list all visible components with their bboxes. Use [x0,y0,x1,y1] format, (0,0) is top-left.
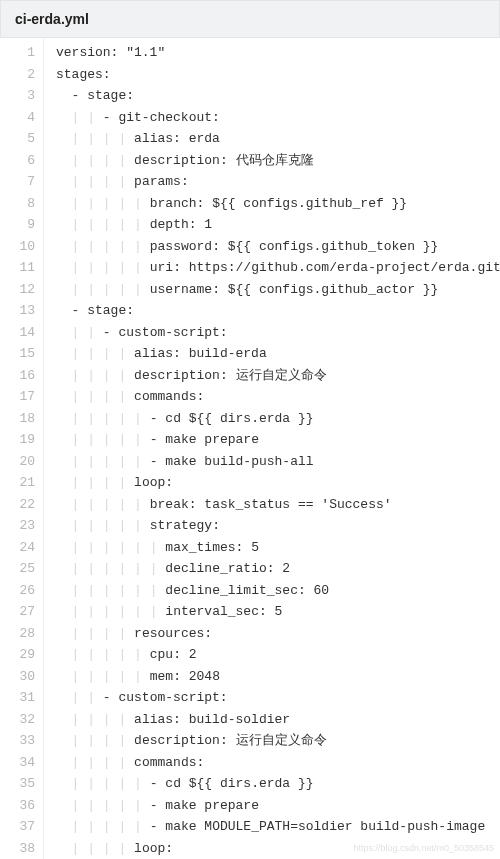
line-number: 4 [0,107,35,129]
line-number: 29 [0,644,35,666]
code-line: | | | | | depth: 1 [56,214,500,236]
line-number: 38 [0,838,35,860]
line-number: 27 [0,601,35,623]
code-line: | | | | | strategy: [56,515,500,537]
code-line: | | | | | - make build-push-all [56,451,500,473]
line-number: 14 [0,322,35,344]
code-line: | | | | | - cd ${{ dirs.erda }} [56,408,500,430]
code-line: | | | | commands: [56,386,500,408]
line-number: 1 [0,42,35,64]
code-lines: version: "1.1"stages: - stage: | | - git… [44,38,500,859]
filename-label: ci-erda.yml [15,11,89,27]
code-line: | | - custom-script: [56,687,500,709]
code-line: | | | | | | interval_sec: 5 [56,601,500,623]
line-number: 20 [0,451,35,473]
code-line: | | | | description: 运行自定义命令 [56,730,500,752]
line-number: 22 [0,494,35,516]
code-line: | | | | | cpu: 2 [56,644,500,666]
line-number: 21 [0,472,35,494]
line-number: 3 [0,85,35,107]
line-number: 12 [0,279,35,301]
line-number: 6 [0,150,35,172]
line-number-gutter: 1234567891011121314151617181920212223242… [0,38,44,859]
code-line: | | | | | | decline_limit_sec: 60 [56,580,500,602]
code-line: | | | | params: [56,171,500,193]
line-number: 35 [0,773,35,795]
code-line: | | | | alias: build-soldier [56,709,500,731]
code-line: | | | | | | max_times: 5 [56,537,500,559]
line-number: 32 [0,709,35,731]
code-line: | | | | alias: erda [56,128,500,150]
watermark-text: https://blog.csdn.net/m0_50358545 [353,838,494,860]
line-number: 23 [0,515,35,537]
code-line: | | | | commands: [56,752,500,774]
code-line: | | | | description: 代码仓库克隆 [56,150,500,172]
line-number: 26 [0,580,35,602]
code-area: 1234567891011121314151617181920212223242… [0,38,500,859]
line-number: 31 [0,687,35,709]
code-line: | | | | | password: ${{ configs.github_t… [56,236,500,258]
code-line: | | | | | break: task_status == 'Success… [56,494,500,516]
line-number: 34 [0,752,35,774]
code-line: | | | | | mem: 2048 [56,666,500,688]
code-line: - stage: [56,300,500,322]
line-number: 13 [0,300,35,322]
line-number: 8 [0,193,35,215]
code-line: - stage: [56,85,500,107]
code-line: | | | | | | decline_ratio: 2 [56,558,500,580]
line-number: 10 [0,236,35,258]
line-number: 30 [0,666,35,688]
line-number: 18 [0,408,35,430]
line-number: 17 [0,386,35,408]
code-line: | | | | loop: [56,472,500,494]
code-line: | | | | | branch: ${{ configs.github_ref… [56,193,500,215]
line-number: 19 [0,429,35,451]
code-line: | | - git-checkout: [56,107,500,129]
line-number: 2 [0,64,35,86]
line-number: 33 [0,730,35,752]
code-line: | | | | | username: ${{ configs.github_a… [56,279,500,301]
line-number: 36 [0,795,35,817]
code-line: | | | | | - make prepare [56,795,500,817]
code-line: | | | | | uri: https://github.com/erda-p… [56,257,500,279]
line-number: 25 [0,558,35,580]
code-line: stages: [56,64,500,86]
code-line: | | | | | - cd ${{ dirs.erda }} [56,773,500,795]
file-header: ci-erda.yml [0,0,500,38]
code-line: | | | | | - make prepare [56,429,500,451]
line-number: 37 [0,816,35,838]
code-line: version: "1.1" [56,42,500,64]
line-number: 16 [0,365,35,387]
code-line: | | | | | - make MODULE_PATH=soldier bui… [56,816,500,838]
line-number: 15 [0,343,35,365]
line-number: 7 [0,171,35,193]
line-number: 5 [0,128,35,150]
code-line: | | | | alias: build-erda [56,343,500,365]
line-number: 9 [0,214,35,236]
code-line: | | - custom-script: [56,322,500,344]
line-number: 24 [0,537,35,559]
code-line: | | | | resources: [56,623,500,645]
line-number: 28 [0,623,35,645]
line-number: 11 [0,257,35,279]
code-line: | | | | description: 运行自定义命令 [56,365,500,387]
